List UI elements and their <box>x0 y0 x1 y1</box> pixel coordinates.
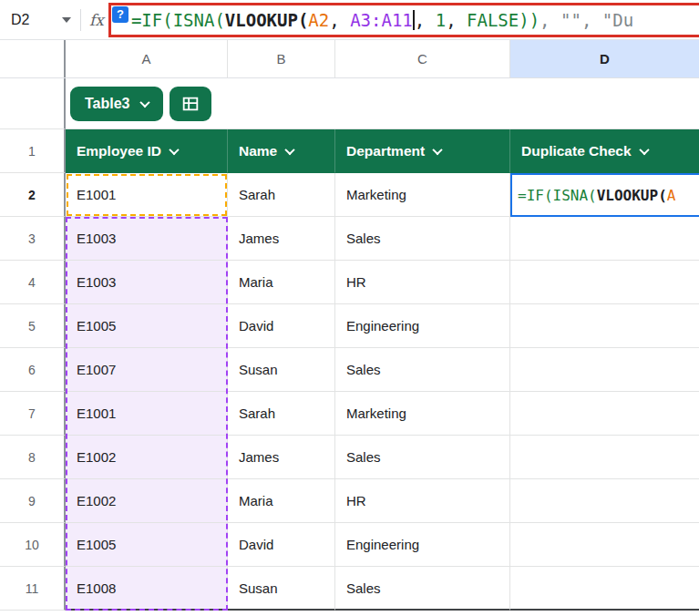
cell-D11[interactable] <box>510 567 699 611</box>
cell-B3[interactable]: James <box>228 217 335 261</box>
formula-token: FALSE <box>467 10 519 30</box>
row-header-8[interactable]: 8 <box>0 436 66 479</box>
row-header-7[interactable]: 7 <box>0 392 66 436</box>
row-header-2[interactable]: 2 <box>0 173 66 217</box>
cell-B5[interactable]: David <box>228 304 335 348</box>
d2-inline-formula: =IF(ISNA(VLOOKUP(A <box>518 187 675 204</box>
formula-bar: D2 fx ? =IF(ISNA(VLOOKUP(A2, A3:A11, 1, … <box>0 0 699 40</box>
cell-C7[interactable]: Marketing <box>335 392 510 436</box>
cell-B10[interactable]: David <box>228 523 335 567</box>
sheet-row-11: 11E1008SusanSales <box>0 567 699 611</box>
cell-A6[interactable]: E1007 <box>66 348 228 392</box>
cell-C5[interactable]: Engineering <box>335 304 510 348</box>
row-header-6[interactable]: 6 <box>0 348 66 392</box>
formula-help-badge[interactable]: ? <box>112 6 128 23</box>
row-header-9[interactable]: 9 <box>0 479 66 523</box>
header-label: Employee ID <box>77 143 161 159</box>
cell-C10[interactable]: Engineering <box>335 523 510 567</box>
column-header-B[interactable]: B <box>228 40 335 77</box>
cell-C4[interactable]: HR <box>335 261 510 304</box>
formula-token: =IF(ISNA( <box>131 10 225 30</box>
chevron-down-icon[interactable] <box>169 144 179 154</box>
cell-B4[interactable]: Maria <box>228 261 335 304</box>
column-header-row: A B C D <box>0 40 699 78</box>
sheet-row-7: 7E1001SarahMarketing <box>0 392 699 436</box>
cell-A9[interactable]: E1002 <box>66 479 228 523</box>
table-header-duplicate-check[interactable]: Duplicate Check <box>510 129 699 173</box>
google-sheets-app: D2 fx ? =IF(ISNA(VLOOKUP(A2, A3:A11, 1, … <box>0 0 699 616</box>
formula-token: A <box>667 187 676 204</box>
table-header-name[interactable]: Name <box>228 129 335 173</box>
cell-A5[interactable]: E1005 <box>66 304 228 348</box>
column-header-D[interactable]: D <box>510 40 699 77</box>
cell-C9[interactable]: HR <box>335 479 510 523</box>
cell-D7[interactable] <box>510 392 699 436</box>
cell-D8[interactable] <box>510 436 699 479</box>
row-header-5[interactable]: 5 <box>0 304 66 348</box>
cell-B6[interactable]: Susan <box>228 348 335 392</box>
cell-D3[interactable] <box>510 217 699 261</box>
select-all-corner[interactable] <box>0 40 66 77</box>
name-box-dropdown-icon[interactable] <box>62 17 71 23</box>
row-header-3[interactable]: 3 <box>0 217 66 261</box>
formula-text: =IF(ISNA(VLOOKUP(A2, A3:A11, 1, FALSE)),… <box>131 10 633 30</box>
cell-D9[interactable] <box>510 479 699 523</box>
cell-B2[interactable]: Sarah <box>228 173 335 217</box>
row-header-1[interactable]: 1 <box>0 129 66 173</box>
sheet-row-2: 2E1001SarahMarketing=IF(ISNA(VLOOKUP(A <box>0 173 699 217</box>
cell-A8[interactable]: E1002 <box>66 436 228 479</box>
cell-D10[interactable] <box>510 523 699 567</box>
table-name-label: Table3 <box>85 96 130 112</box>
cell-D5[interactable] <box>510 304 699 348</box>
cell-D6[interactable] <box>510 348 699 392</box>
table-header-employee-id[interactable]: Employee ID <box>66 129 228 173</box>
cell-A2[interactable]: E1001 <box>66 173 228 217</box>
sheet-row-10: 10E1005DavidEngineering <box>0 523 699 567</box>
formula-token: =IF(ISNA( <box>518 187 597 204</box>
cell-B11[interactable]: Susan <box>228 567 335 611</box>
cell-A4[interactable]: E1003 <box>66 261 228 304</box>
formula-token: , <box>446 10 467 30</box>
cell-A7[interactable]: E1001 <box>66 392 228 436</box>
header-label: Duplicate Check <box>521 143 632 159</box>
table-header-department[interactable]: Department <box>335 129 510 173</box>
chevron-down-icon[interactable] <box>432 144 442 154</box>
column-header-A[interactable]: A <box>66 40 228 77</box>
row-header-10[interactable]: 10 <box>0 523 66 567</box>
table-range-button[interactable] <box>170 87 211 121</box>
sheet-row-3: 3E1003JamesSales <box>0 217 699 261</box>
cell-D4[interactable] <box>510 261 699 304</box>
cell-A3[interactable]: E1003 <box>66 217 228 261</box>
formula-input[interactable]: ? =IF(ISNA(VLOOKUP(A2, A3:A11, 1, FALSE)… <box>108 3 699 37</box>
toolbar-divider <box>80 9 81 31</box>
formula-token: , <box>329 10 350 30</box>
formula-token: , <box>540 10 560 30</box>
row-gutter-blank <box>0 78 66 129</box>
cell-B9[interactable]: Maria <box>228 479 335 523</box>
cell-C2[interactable]: Marketing <box>335 173 510 217</box>
cell-name-box[interactable]: D2 <box>0 0 80 39</box>
row-header-11[interactable]: 11 <box>0 567 66 611</box>
sheet-row-9: 9E1002MariaHR <box>0 479 699 523</box>
header-label: Name <box>239 143 277 159</box>
column-header-C[interactable]: C <box>335 40 510 77</box>
chevron-down-icon[interactable] <box>639 144 649 154</box>
cell-B7[interactable]: Sarah <box>228 392 335 436</box>
table-name-chip[interactable]: Table3 <box>70 87 163 121</box>
formula-token: , <box>581 10 602 30</box>
formula-token: VLOOKUP( <box>597 187 667 204</box>
cell-C3[interactable]: Sales <box>335 217 510 261</box>
cell-C11[interactable]: Sales <box>335 567 510 611</box>
cell-D2[interactable]: =IF(ISNA(VLOOKUP(A <box>510 173 699 217</box>
cell-A10[interactable]: E1005 <box>66 523 228 567</box>
cell-C8[interactable]: Sales <box>335 436 510 479</box>
fx-icon: fx <box>89 11 104 29</box>
active-cell-reference: D2 <box>11 12 29 28</box>
row-header-4[interactable]: 4 <box>0 261 66 304</box>
formula-token: , <box>415 10 436 30</box>
cell-C6[interactable]: Sales <box>335 348 510 392</box>
cell-B8[interactable]: James <box>228 436 335 479</box>
chevron-down-icon[interactable] <box>285 144 295 154</box>
sheet-row-6: 6E1007SusanSales <box>0 348 699 392</box>
cell-A11[interactable]: E1008 <box>66 567 228 611</box>
